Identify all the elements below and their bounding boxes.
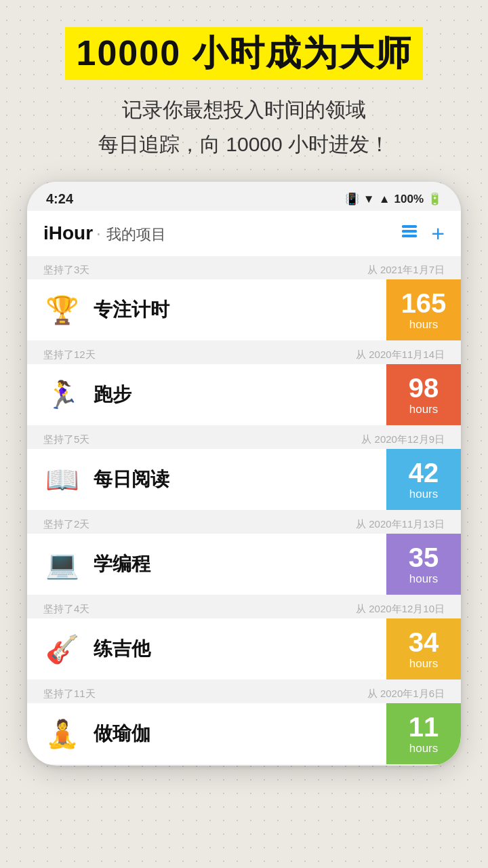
project-hours-badge-0: 165hours [386,279,461,340]
hours-number-1: 98 [409,373,439,403]
battery-icon: 🔋 [428,192,442,206]
project-since-2: 从 2020年12月9日 [361,433,445,446]
project-card-1[interactable]: 🏃‍♀️跑步98hours [27,364,461,425]
project-meta-0: 坚持了3天从 2021年1月7日 [27,257,461,279]
project-emoji-5: 🧘 [43,718,81,750]
project-meta-1: 坚持了12天从 2020年11月14日 [27,342,461,364]
project-persist-4: 坚持了4天 [43,603,89,616]
project-card-4[interactable]: 🎸练吉他34hours [27,618,461,679]
project-group-1[interactable]: 坚持了12天从 2020年11月14日🏃‍♀️跑步98hours [27,342,461,425]
project-name-4: 练吉他 [94,636,386,662]
hours-label-4: hours [409,657,439,671]
project-name-0: 专注计时 [94,297,386,323]
project-since-1: 从 2020年11月14日 [356,349,445,361]
project-card-5[interactable]: 🧘做瑜伽11hours [27,703,461,764]
project-meta-2: 坚持了5天从 2020年12月9日 [27,427,461,449]
hours-number-3: 35 [409,542,439,572]
project-group-5[interactable]: 坚持了11天从 2020年1月6日🧘做瑜伽11hours [27,681,461,764]
hero-subtitle: 记录你最想投入时间的领域 每日追踪，向 10000 小时进发！ [65,92,422,161]
project-meta-3: 坚持了2天从 2020年11月13日 [27,511,461,534]
hours-label-5: hours [409,742,439,755]
hours-number-0: 165 [401,288,447,318]
subtitle-line1: 记录你最想投入时间的领域 [65,92,422,127]
project-emoji-1: 🏃‍♀️ [43,379,81,411]
svg-rect-2 [402,235,417,237]
hours-label-1: hours [409,403,439,416]
hours-number-2: 42 [409,458,439,488]
project-name-3: 学编程 [94,551,386,577]
project-since-5: 从 2020年1月6日 [367,688,445,701]
project-emoji-3: 💻 [43,549,81,580]
project-group-4[interactable]: 坚持了4天从 2020年12月10日🎸练吉他34hours [27,596,461,679]
status-right: 📳 ▼ ▲ 100% 🔋 [345,192,442,206]
project-name-2: 每日阅读 [94,467,386,492]
battery-text: 100% [394,193,424,206]
project-persist-5: 坚持了11天 [43,688,96,701]
project-emoji-2: 📖 [43,464,81,496]
project-since-4: 从 2020年12月10日 [356,603,445,616]
project-hours-badge-2: 42hours [386,449,461,510]
app-separator: · [96,222,107,243]
app-header: iHour · 我的项目 + [27,211,461,257]
list-view-button[interactable] [400,222,419,245]
svg-rect-1 [402,230,417,233]
project-hours-badge-4: 34hours [386,618,461,679]
wifi-icon: ▼ [363,193,375,206]
hours-label-0: hours [409,318,439,332]
project-hours-badge-1: 98hours [386,364,461,425]
hours-number-5: 11 [409,712,439,742]
vibrate-icon: 📳 [345,192,359,206]
project-group-0[interactable]: 坚持了3天从 2021年1月7日🏆专注计时165hours [27,257,461,340]
project-name-5: 做瑜伽 [94,721,386,747]
project-emoji-4: 🎸 [43,633,81,665]
phone-mockup: 4:24 📳 ▼ ▲ 100% 🔋 iHour · 我的项目 + [27,182,461,766]
project-group-3[interactable]: 坚持了2天从 2020年11月13日💻学编程35hours [27,511,461,595]
header-actions: + [400,220,445,247]
project-group-2[interactable]: 坚持了5天从 2020年12月9日📖每日阅读42hours [27,427,461,510]
project-emoji-0: 🏆 [43,294,81,326]
project-name-1: 跑步 [94,382,386,408]
project-card-2[interactable]: 📖每日阅读42hours [27,449,461,510]
status-bar: 4:24 📳 ▼ ▲ 100% 🔋 [27,182,461,211]
status-time: 4:24 [46,191,73,207]
project-card-3[interactable]: 💻学编程35hours [27,534,461,595]
hero-title: 10000 小时成为大师 [65,27,422,80]
project-hours-badge-3: 35hours [386,534,461,595]
hours-label-2: hours [409,488,439,501]
project-persist-0: 坚持了3天 [43,264,89,277]
hero-header: 10000 小时成为大师 记录你最想投入时间的领域 每日追踪，向 10000 小… [38,27,449,161]
projects-list: 坚持了3天从 2021年1月7日🏆专注计时165hours坚持了12天从 202… [27,257,461,764]
hours-label-3: hours [409,572,439,586]
app-section: 我的项目 [106,226,166,243]
project-persist-2: 坚持了5天 [43,433,89,446]
project-meta-5: 坚持了11天从 2020年1月6日 [27,681,461,703]
svg-rect-0 [402,225,417,228]
project-persist-3: 坚持了2天 [43,518,89,531]
add-project-button[interactable]: + [431,220,445,247]
project-since-0: 从 2021年1月7日 [367,264,445,277]
app-name: iHour [43,222,93,243]
project-meta-4: 坚持了4天从 2020年12月10日 [27,596,461,618]
subtitle-line2: 每日追踪，向 10000 小时进发！ [65,127,422,161]
project-hours-badge-5: 11hours [386,703,461,764]
hours-number-4: 34 [409,627,439,657]
signal-icon: ▲ [379,193,390,206]
project-since-3: 从 2020年11月13日 [356,518,445,531]
project-card-0[interactable]: 🏆专注计时165hours [27,279,461,340]
app-title-group: iHour · 我的项目 [43,222,166,245]
project-persist-1: 坚持了12天 [43,349,96,361]
